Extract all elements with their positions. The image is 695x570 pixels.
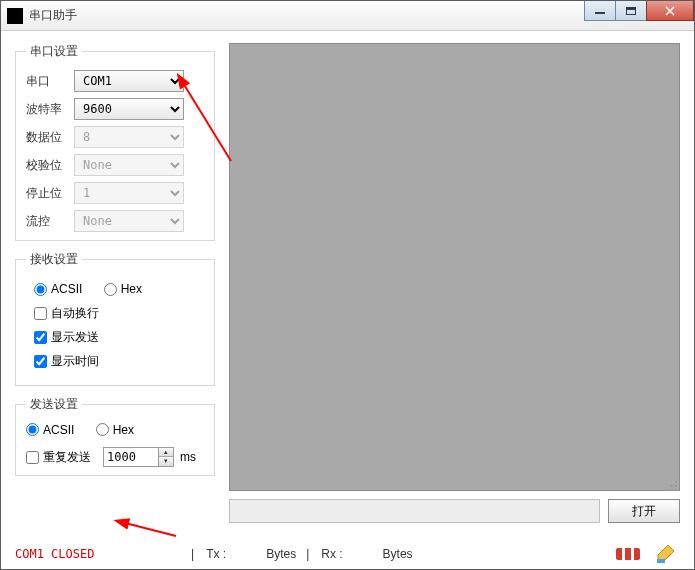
send-hex-radio[interactable]: Hex [96,423,134,437]
parity-label: 校验位 [26,157,68,174]
connection-icon[interactable] [614,543,642,565]
svg-rect-0 [616,548,640,560]
receive-display[interactable] [229,43,680,491]
title-bar: 串口助手 [1,1,694,31]
interval-spinner[interactable]: ▴▾ [103,447,174,467]
send-settings-group: 发送设置 ACSII Hex 重复发送 ▴▾ ms [15,396,215,477]
interval-input[interactable] [103,447,159,467]
svg-rect-1 [622,548,625,560]
send-input[interactable] [229,499,600,523]
send-ascii-radio[interactable]: ACSII [26,423,74,437]
receive-settings-legend: 接收设置 [26,251,82,268]
baud-select[interactable]: 9600 [74,98,184,120]
baud-label: 波特率 [26,101,68,118]
stopbits-select[interactable]: 1 [74,182,184,204]
svg-rect-2 [631,548,634,560]
tx-unit: Bytes [266,547,296,561]
showtime-checkbox[interactable]: 显示时间 [34,353,99,370]
spin-up-icon[interactable]: ▴ [159,448,173,457]
rx-label: Rx : [321,547,342,561]
clear-icon[interactable] [652,543,680,565]
recv-hex-radio[interactable]: Hex [104,282,142,296]
port-select[interactable]: COM1 [74,70,184,92]
stopbits-label: 停止位 [26,185,68,202]
serial-settings-group: 串口设置 串口 COM1 波特率 9600 数据位 8 校验位 None 停止位… [15,43,215,241]
interval-unit: ms [180,450,196,464]
spin-down-icon[interactable]: ▾ [159,457,173,466]
databits-label: 数据位 [26,129,68,146]
minimize-button[interactable] [584,1,616,21]
close-icon [665,6,675,16]
autowrap-checkbox[interactable]: 自动换行 [34,305,99,322]
serial-settings-legend: 串口设置 [26,43,82,60]
status-bar: COM1 CLOSED | Tx : Bytes | Rx : Bytes [1,539,694,569]
window-title: 串口助手 [29,7,77,24]
showsend-checkbox[interactable]: 显示发送 [34,329,99,346]
repeat-send-checkbox[interactable]: 重复发送 [26,449,91,466]
port-label: 串口 [26,73,68,90]
close-button[interactable] [646,1,694,21]
window-controls [585,1,694,21]
open-button[interactable]: 打开 [608,499,680,523]
send-settings-legend: 发送设置 [26,396,82,413]
port-status: COM1 CLOSED [15,547,185,561]
recv-ascii-radio[interactable]: ACSII [34,282,82,296]
rx-unit: Bytes [383,547,413,561]
parity-select[interactable]: None [74,154,184,176]
tx-label: Tx : [206,547,226,561]
receive-settings-group: 接收设置 ACSII Hex 自动换行 显示发送 显示时间 [15,251,215,386]
svg-rect-3 [657,559,665,563]
resize-grip-icon[interactable] [665,479,677,491]
app-icon [7,8,23,24]
flow-label: 流控 [26,213,68,230]
databits-select[interactable]: 8 [74,126,184,148]
flow-select[interactable]: None [74,210,184,232]
maximize-button[interactable] [615,1,647,21]
